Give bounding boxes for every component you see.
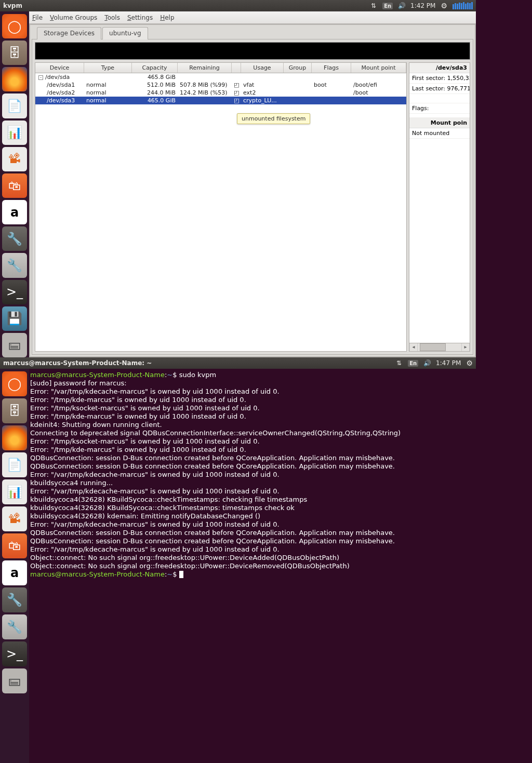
terminal-line: Error: "/var/tmp/kdecache-marcus" is own… bbox=[30, 487, 475, 496]
tree-expander-icon[interactable]: - bbox=[38, 75, 43, 80]
cursor bbox=[179, 571, 183, 578]
tab-row: Storage Devices ubuntu-vg bbox=[32, 26, 473, 39]
network-icon[interactable]: ⇅ bbox=[395, 359, 403, 367]
launcher-calc-icon[interactable]: 📊 bbox=[2, 121, 27, 145]
tooltip: unmounted filesystem bbox=[237, 113, 310, 124]
launcher-files-icon[interactable]: 🗄 bbox=[2, 398, 27, 423]
menu-tools[interactable]: Tools bbox=[104, 14, 120, 21]
launcher-amazon-icon[interactable]: a bbox=[2, 560, 27, 585]
scroll-right-icon[interactable]: ▸ bbox=[461, 343, 470, 351]
tab-ubuntu-vg[interactable]: ubuntu-vg bbox=[102, 27, 148, 39]
detail-panel: /dev/sda3 First sector: 1,550,33 Last se… bbox=[409, 62, 470, 352]
terminal-line: Error: "/tmp/kde-marcus" is owned by uid… bbox=[30, 412, 475, 421]
detail-last-sector: Last sector: 976,771, bbox=[409, 84, 470, 94]
terminal-line: kdeinit4: Shutting down running client. bbox=[30, 421, 475, 429]
terminal-line: kbuildsycoca4(32628) kdemain: Emitting n… bbox=[30, 512, 475, 520]
keyboard-indicator[interactable]: En bbox=[408, 360, 418, 367]
detail-first-sector: First sector: 1,550,33 bbox=[409, 73, 470, 84]
col-usage[interactable]: Usage bbox=[241, 63, 284, 73]
launcher-files-icon[interactable]: 🗄 bbox=[2, 41, 27, 65]
table-row[interactable]: /dev/sda3normal465.0 GiB◰crypto_LU... bbox=[35, 97, 406, 104]
col-usage-icon[interactable] bbox=[232, 63, 241, 73]
volume-icon[interactable]: 🔊 bbox=[398, 2, 405, 9]
terminal-line: Connecting to deprecated signal QDBusCon… bbox=[30, 429, 475, 437]
terminal-line: QDBusConnection: session D-Bus connectio… bbox=[30, 462, 475, 471]
terminal[interactable]: marcus@marcus-System-Product-Name:~$ sud… bbox=[29, 369, 476, 763]
system-load-indicator[interactable] bbox=[453, 2, 473, 9]
fs-icon: ◰ bbox=[232, 82, 241, 88]
terminal-line: Object::connect: No such signal org::fre… bbox=[30, 562, 475, 570]
col-remaining[interactable]: Remaining bbox=[178, 63, 232, 73]
col-group[interactable]: Group bbox=[284, 63, 312, 73]
launcher-terminal-icon[interactable]: >_ bbox=[2, 641, 27, 666]
terminal-line: kbuildsycoca4(32628) KBuildSycoca::check… bbox=[30, 504, 475, 512]
launcher-calc-icon[interactable]: 📊 bbox=[2, 479, 27, 504]
launcher-disks-icon[interactable]: 💾 bbox=[2, 306, 27, 331]
detail-mount-head: Mount poin bbox=[409, 118, 470, 128]
launcher-drive-icon[interactable]: 🖴 bbox=[2, 668, 27, 693]
launcher-dash-icon[interactable]: ◯ bbox=[2, 371, 27, 396]
table-row[interactable]: -/dev/sda465.8 GiB bbox=[35, 73, 406, 81]
terminal-line: Object::connect: No such signal org::fre… bbox=[30, 554, 475, 562]
launcher-settings2-icon[interactable]: 🔧 bbox=[2, 614, 27, 639]
launcher-amazon-icon[interactable]: a bbox=[2, 200, 27, 224]
system-tray: ⇅ En 🔊 1:47 PM ⚙ bbox=[395, 359, 473, 367]
launcher-settings2-icon[interactable]: 🔧 bbox=[2, 253, 27, 277]
session-gear-icon[interactable]: ⚙ bbox=[441, 2, 447, 10]
launcher-software-icon[interactable]: 🛍 bbox=[2, 533, 27, 558]
terminal-line: Error: "/var/tmp/kdecache-marcus" is own… bbox=[30, 471, 475, 479]
launcher-writer-icon[interactable]: 📄 bbox=[2, 452, 27, 477]
menu-settings[interactable]: Settings bbox=[127, 14, 153, 21]
launcher: ◯ 🗄 📄 📊 📽 🛍 a 🔧 🔧 >_ 🖴 bbox=[0, 369, 29, 763]
scroll-left-icon[interactable]: ◂ bbox=[409, 343, 418, 351]
launcher-system-settings-icon[interactable]: 🔧 bbox=[2, 587, 27, 612]
terminal-line: Error: "/tmp/ksocket-marcus" is owned by… bbox=[30, 404, 475, 412]
col-type[interactable]: Type bbox=[84, 63, 132, 73]
menu-file[interactable]: File bbox=[32, 14, 43, 21]
detail-flags: Flags: bbox=[409, 103, 470, 114]
launcher-system-settings-icon[interactable]: 🔧 bbox=[2, 226, 27, 251]
terminal-line: kbuildsycoca4 running... bbox=[30, 479, 475, 487]
launcher-impress-icon[interactable]: 📽 bbox=[2, 506, 27, 531]
col-capacity[interactable]: Capacity bbox=[132, 63, 178, 73]
launcher-firefox-icon[interactable] bbox=[2, 425, 27, 450]
fs-icon: ◰ bbox=[232, 97, 241, 104]
detail-scrollbar[interactable]: ◂ ▸ bbox=[409, 343, 470, 351]
volume-icon[interactable]: 🔊 bbox=[423, 359, 431, 367]
detail-mount-value: Not mounted bbox=[409, 128, 470, 139]
launcher-software-icon[interactable]: 🛍 bbox=[2, 173, 27, 198]
clock[interactable]: 1:42 PM bbox=[410, 2, 435, 9]
device-table[interactable]: Device Type Capacity Remaining Usage Gro… bbox=[35, 62, 407, 352]
col-mount[interactable]: Mount point bbox=[351, 63, 406, 73]
session-gear-icon[interactable]: ⚙ bbox=[466, 359, 473, 367]
terminal-line: Error: "/tmp/kde-marcus" is owned by uid… bbox=[30, 396, 475, 404]
terminal-line: [sudo] password for marcus: bbox=[30, 379, 475, 387]
launcher: ◯ 🗄 📄 📊 📽 🛍 a 🔧 🔧 >_ 💾 🖴 bbox=[0, 11, 29, 357]
terminal-line: kbuildsycoca4(32628) KBuildSycoca::check… bbox=[30, 496, 475, 504]
menu-help[interactable]: Help bbox=[160, 14, 174, 21]
tab-storage-devices[interactable]: Storage Devices bbox=[37, 27, 101, 39]
table-row[interactable]: /dev/sda1normal512.0 MiB507.8 MiB (%99)◰… bbox=[35, 81, 406, 89]
detail-title: /dev/sda3 bbox=[409, 63, 470, 73]
table-row[interactable]: /dev/sda2normal244.0 MiB124.2 MiB (%53)◰… bbox=[35, 89, 406, 97]
partition-graph bbox=[35, 42, 470, 60]
clock[interactable]: 1:47 PM bbox=[436, 359, 461, 367]
col-flags[interactable]: Flags bbox=[312, 63, 351, 73]
col-device[interactable]: Device bbox=[35, 63, 84, 73]
window-title: kvpm bbox=[3, 2, 22, 9]
window-title: marcus@marcus-System-Product-Name: ~ bbox=[3, 359, 152, 367]
menu-volume-groups[interactable]: Volume Groups bbox=[50, 14, 97, 21]
launcher-terminal-icon[interactable]: >_ bbox=[2, 280, 27, 304]
terminal-line: QDBusConnection: session D-Bus connectio… bbox=[30, 529, 475, 537]
network-icon[interactable]: ⇅ bbox=[370, 2, 377, 9]
menubar: File Volume Groups Tools Settings Help bbox=[29, 11, 476, 24]
launcher-writer-icon[interactable]: 📄 bbox=[2, 93, 27, 118]
tab-page: Device Type Capacity Remaining Usage Gro… bbox=[32, 39, 473, 355]
launcher-firefox-icon[interactable] bbox=[2, 67, 27, 91]
terminal-line: Error: "/var/tmp/kdecache-marcus" is own… bbox=[30, 387, 475, 396]
launcher-dash-icon[interactable]: ◯ bbox=[2, 14, 27, 38]
keyboard-indicator[interactable]: En bbox=[382, 3, 393, 9]
launcher-impress-icon[interactable]: 📽 bbox=[2, 147, 27, 171]
launcher-drive-icon[interactable]: 🖴 bbox=[2, 333, 27, 357]
terminal-line: Error: "/tmp/kde-marcus" is owned by uid… bbox=[30, 446, 475, 454]
